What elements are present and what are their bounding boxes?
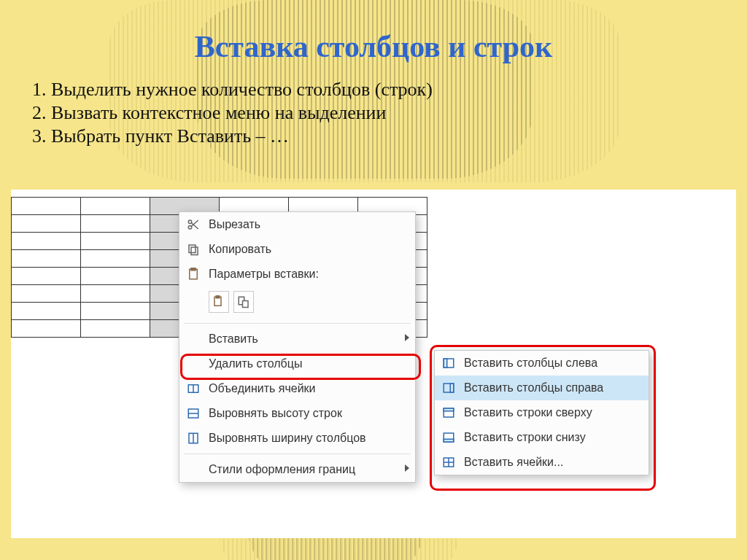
merge-cells-icon [185, 381, 201, 397]
menu-separator [184, 323, 411, 324]
menu-separator [184, 454, 411, 454]
menu-label: Вставить ячейки... [464, 456, 563, 469]
menu-label: Вставить строки сверху [464, 406, 592, 419]
menu-merge-cells[interactable]: Объединить ячейки [179, 376, 415, 401]
menu-equal-row-height[interactable]: Выровнять высоту строк [179, 401, 415, 426]
menu-equal-col-width[interactable]: Выровнять ширину столбцов [179, 426, 415, 451]
distribute-cols-icon [185, 430, 201, 446]
screenshot-panel: Вырезать Копировать Параметры вставки: [11, 190, 736, 538]
menu-label: Вставить строки снизу [464, 431, 586, 444]
insert-cols-left-icon [441, 355, 457, 371]
menu-cut[interactable]: Вырезать [179, 212, 415, 237]
step-item: Вызвать контекстное меню на выделении [51, 102, 747, 124]
svg-rect-2 [189, 245, 196, 253]
paste-option-nested[interactable] [233, 291, 254, 313]
menu-label: Вырезать [209, 218, 260, 231]
context-menu[interactable]: Вырезать Копировать Параметры вставки: [179, 211, 416, 483]
svg-rect-16 [450, 384, 454, 392]
table-cell [81, 320, 150, 338]
table-cell [81, 233, 150, 250]
table-cell [81, 198, 150, 215]
table-cell [12, 285, 81, 303]
table-cell [12, 233, 81, 250]
menu-label: Объединить ячейки [209, 382, 316, 395]
scissors-icon [185, 217, 201, 233]
table-cell [81, 268, 150, 285]
submenu-cells[interactable]: Вставить ячейки... [435, 450, 649, 475]
insert-cols-right-icon [441, 380, 457, 396]
paste-option-default[interactable] [209, 291, 229, 313]
menu-label: Стили оформления границ [209, 463, 355, 476]
svg-rect-14 [444, 359, 447, 368]
menu-label: Параметры вставки: [209, 268, 319, 281]
insert-submenu[interactable]: Вставить столбцы слева Вставить столбцы … [434, 350, 649, 475]
menu-paste-options-header: Параметры вставки: [179, 262, 415, 287]
menu-label: Удалить столбцы [209, 357, 302, 370]
menu-label: Выровнять высоту строк [209, 407, 342, 420]
menu-label: Вставить столбцы слева [464, 357, 597, 370]
svg-rect-9 [243, 301, 249, 308]
submenu-rows-below[interactable]: Вставить строки снизу [435, 425, 649, 450]
table-cell [12, 215, 81, 233]
insert-rows-above-icon [441, 405, 457, 421]
menu-insert[interactable]: Вставить [179, 327, 415, 351]
menu-label: Выровнять ширину столбцов [209, 432, 366, 445]
submenu-cols-left[interactable]: Вставить столбцы слева [435, 351, 649, 376]
svg-rect-7 [216, 296, 220, 298]
table-cell [81, 285, 150, 303]
menu-copy[interactable]: Копировать [179, 237, 415, 262]
svg-rect-5 [191, 268, 196, 271]
copy-icon [185, 241, 201, 257]
submenu-rows-above[interactable]: Вставить строки сверху [435, 400, 649, 425]
svg-rect-3 [191, 247, 198, 255]
slide-title: Вставка столбцов и строк [0, 29, 747, 64]
menu-label: Копировать [209, 243, 271, 256]
svg-rect-18 [444, 408, 454, 411]
insert-cells-icon [441, 454, 457, 470]
step-item: Выбрать пункт Вставить – … [51, 125, 747, 147]
menu-border-styles[interactable]: Стили оформления границ [179, 457, 415, 482]
step-item: Выделить нужное количество столбцов (стр… [51, 79, 747, 101]
steps-list: Выделить нужное количество столбцов (стр… [29, 79, 747, 147]
table-cell [81, 303, 150, 320]
table-cell [12, 320, 81, 338]
svg-point-0 [188, 220, 192, 224]
table-cell [12, 303, 81, 320]
table-cell [12, 198, 81, 215]
clipboard-icon [185, 266, 201, 282]
svg-rect-20 [444, 439, 454, 442]
chevron-right-icon [405, 464, 409, 472]
menu-label: Вставить [209, 332, 258, 346]
table-cell [12, 268, 81, 285]
paste-options-row [179, 287, 415, 320]
table-cell [81, 215, 150, 233]
submenu-cols-right[interactable]: Вставить столбцы справа [435, 376, 649, 400]
insert-rows-below-icon [441, 429, 457, 446]
distribute-rows-icon [185, 405, 201, 421]
svg-point-1 [188, 226, 192, 230]
menu-label: Вставить столбцы справа [464, 381, 603, 394]
table-cell [81, 250, 150, 268]
menu-delete-columns[interactable]: Удалить столбцы [179, 351, 415, 376]
chevron-right-icon [405, 334, 409, 341]
table-cell [12, 250, 81, 268]
